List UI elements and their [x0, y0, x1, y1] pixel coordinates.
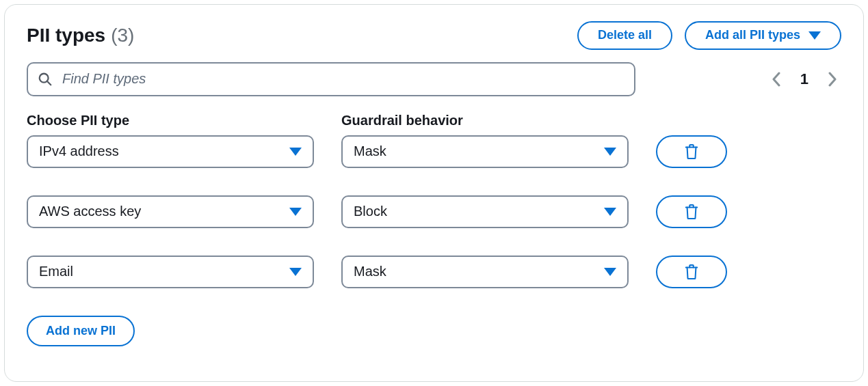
add-all-pii-types-button[interactable]: Add all PII types — [685, 21, 841, 50]
caret-down-icon — [604, 208, 616, 216]
panel-header: PII types (3) Delete all Add all PII typ… — [27, 21, 841, 50]
pii-type-value: Email — [39, 264, 73, 279]
header-actions: Delete all Add all PII types — [577, 21, 841, 50]
svg-marker-4 — [604, 148, 616, 156]
svg-marker-8 — [604, 268, 616, 276]
trash-icon — [684, 264, 699, 280]
pii-type-select[interactable]: IPv4 address — [27, 135, 314, 168]
footer-actions: Add new PII — [27, 316, 841, 346]
trash-icon — [684, 204, 699, 220]
pii-rows: IPv4 address Mask — [27, 135, 841, 288]
behavior-select[interactable]: Block — [341, 195, 629, 228]
svg-marker-3 — [289, 148, 302, 156]
add-new-pii-button[interactable]: Add new PII — [27, 316, 135, 346]
behavior-select[interactable]: Mask — [341, 135, 629, 168]
add-new-label: Add new PII — [46, 324, 116, 337]
pagination: 1 — [772, 70, 841, 88]
caret-down-icon — [289, 268, 302, 276]
caret-down-icon — [808, 31, 821, 40]
search-row: 1 — [27, 62, 841, 96]
behavior-value: Mask — [354, 264, 386, 279]
pii-type-value: AWS access key — [39, 204, 141, 219]
delete-all-label: Delete all — [598, 28, 652, 43]
caret-down-icon — [289, 208, 302, 216]
chevron-left-icon[interactable] — [772, 72, 781, 87]
columns-header: Choose PII type Guardrail behavior — [27, 113, 841, 128]
pii-type-value: IPv4 address — [39, 143, 119, 159]
pii-type-select[interactable]: AWS access key — [27, 195, 314, 228]
svg-marker-0 — [808, 31, 821, 40]
chevron-right-icon[interactable] — [828, 72, 837, 87]
title-group: PII types (3) — [27, 25, 134, 46]
pii-row: IPv4 address Mask — [27, 135, 841, 168]
pii-types-panel: PII types (3) Delete all Add all PII typ… — [4, 4, 864, 382]
behavior-value: Block — [354, 204, 387, 219]
column-pii-type-label: Choose PII type — [27, 113, 314, 128]
caret-down-icon — [604, 148, 616, 156]
delete-row-button[interactable] — [656, 135, 727, 168]
search-box[interactable] — [27, 62, 635, 96]
trash-icon — [684, 143, 699, 160]
svg-line-2 — [47, 81, 51, 85]
svg-marker-5 — [289, 208, 302, 216]
add-all-label: Add all PII types — [705, 28, 800, 43]
behavior-select[interactable]: Mask — [341, 256, 629, 288]
panel-title: PII types — [27, 25, 105, 46]
delete-row-button[interactable] — [656, 195, 727, 228]
page-number: 1 — [800, 70, 808, 88]
search-icon — [38, 72, 53, 87]
svg-marker-6 — [604, 208, 616, 216]
panel-count: (3) — [111, 25, 134, 46]
pii-row: Email Mask — [27, 256, 841, 288]
delete-all-button[interactable]: Delete all — [577, 21, 672, 50]
caret-down-icon — [289, 148, 302, 156]
search-input[interactable] — [61, 70, 624, 87]
svg-marker-7 — [289, 268, 302, 276]
pii-row: AWS access key Block — [27, 195, 841, 228]
caret-down-icon — [604, 268, 616, 276]
behavior-value: Mask — [354, 143, 386, 159]
delete-row-button[interactable] — [656, 256, 727, 288]
column-behavior-label: Guardrail behavior — [341, 113, 629, 128]
pii-type-select[interactable]: Email — [27, 256, 314, 288]
